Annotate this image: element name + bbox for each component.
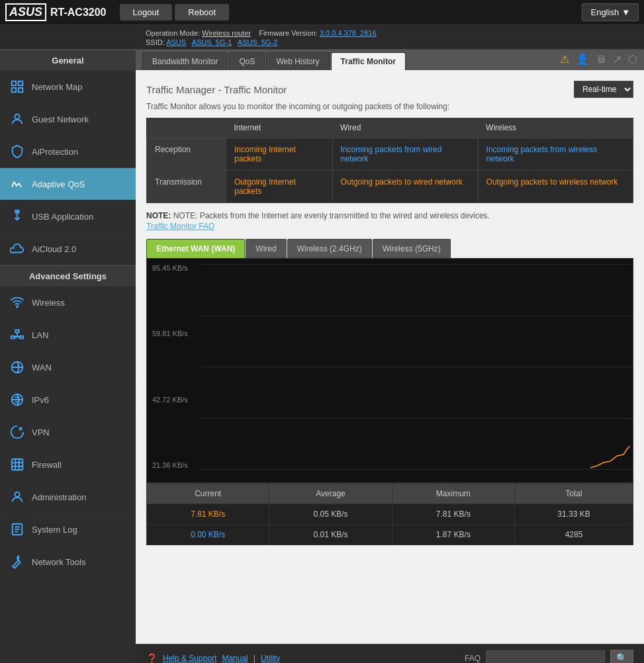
- ssid-asus[interactable]: ASUS: [166, 38, 186, 46]
- net-tab-wan[interactable]: Ethernet WAN (WAN): [146, 239, 245, 258]
- sidebar-item-system-log[interactable]: System Log: [0, 513, 136, 546]
- general-section-label: General: [0, 50, 136, 71]
- operation-mode-value: Wireless router: [202, 29, 251, 37]
- info-bar: Operation Mode: Wireless router Firmware…: [0, 25, 644, 50]
- stats-row-1: 0.00 KB/s 0.01 KB/s 1.87 KB/s 4285: [147, 525, 633, 545]
- tab-bandwidth-monitor[interactable]: Bandwidth Monitor: [142, 52, 228, 70]
- stats-current-value-1: 0.00 KB/s: [191, 530, 225, 539]
- svg-rect-3: [19, 88, 23, 92]
- stats-maximum-1: 1.87 KB/s: [392, 525, 514, 545]
- tab-qos[interactable]: QoS: [229, 52, 265, 70]
- sidebar-item-usb-application[interactable]: USB Application: [0, 200, 136, 233]
- transmission-wireless-link[interactable]: Outgoing packets to wireless network: [486, 177, 618, 187]
- grid-line-75: [200, 418, 633, 419]
- sidebar-item-aicloud[interactable]: AiCloud 2.0: [0, 233, 136, 265]
- grid-line-bottom: [200, 469, 633, 470]
- page-title: Traffic Manager - Traffic Monitor: [146, 84, 287, 95]
- col-header-wired: Wired: [332, 118, 478, 138]
- stats-col-maximum: Maximum: [392, 484, 514, 504]
- reception-wired-link[interactable]: Incoming packets from wired network: [341, 145, 442, 163]
- map-icon: [9, 79, 25, 95]
- chart-sparkline: [590, 443, 630, 469]
- footer-divider: |: [253, 654, 255, 663]
- wireless-label: Wireless: [32, 298, 65, 308]
- sidebar-item-administration[interactable]: Administration: [0, 481, 136, 513]
- main-layout: General Network Map Guest Network AiProt…: [0, 50, 644, 663]
- sidebar-item-adaptive-qos[interactable]: Adaptive QoS: [0, 168, 136, 200]
- sidebar-item-network-map[interactable]: Network Map: [0, 71, 136, 103]
- sidebar-item-lan[interactable]: LAN: [0, 319, 136, 351]
- footer-search-button[interactable]: 🔍: [610, 650, 633, 663]
- warning-icon[interactable]: ⚠: [560, 53, 569, 66]
- user-icon[interactable]: 👤: [576, 53, 589, 66]
- guest-network-label: Guest Network: [32, 114, 89, 124]
- utility-link[interactable]: Utility: [261, 654, 280, 663]
- sidebar: General Network Map Guest Network AiProt…: [0, 50, 136, 663]
- sidebar-item-wireless[interactable]: Wireless: [0, 287, 136, 319]
- monitor-icon[interactable]: 🖥: [596, 54, 606, 66]
- note-text: NOTE: NOTE: Packets from the Internet ar…: [146, 211, 633, 220]
- manual-link[interactable]: Manual: [222, 654, 248, 663]
- language-selector[interactable]: English ▼: [582, 3, 639, 21]
- sidebar-item-firewall[interactable]: Firewall: [0, 449, 136, 481]
- svg-rect-8: [15, 330, 19, 333]
- qos-icon: [9, 176, 25, 192]
- ssid-line: SSID: ASUS ASUS_5G-1 ASUS_5G-2: [146, 38, 637, 46]
- traffic-monitor-faq-link[interactable]: Traffic Monitor FAQ: [146, 222, 633, 231]
- firewall-label: Firewall: [32, 460, 62, 470]
- stats-current-0: 7.81 KB/s: [147, 504, 269, 525]
- vpn-label: VPN: [32, 427, 50, 437]
- realtime-dropdown[interactable]: Real-time: [574, 81, 633, 98]
- reception-label: Reception: [147, 138, 226, 171]
- traffic-table: Internet Wired Wireless Reception Incomi…: [146, 118, 633, 203]
- col-header-wireless: Wireless: [478, 118, 633, 138]
- stats-row-0: 7.81 KB/s 0.05 KB/s 7.81 KB/s 31.33 KB: [147, 504, 633, 525]
- cloud-icon: [9, 241, 25, 257]
- col-header-empty: [147, 118, 226, 138]
- reboot-button[interactable]: Reboot: [175, 4, 229, 21]
- tab-traffic-monitor[interactable]: Traffic Monitor: [331, 52, 406, 70]
- firmware-value[interactable]: 3.0.0.4.378_2816: [320, 29, 377, 37]
- ssid-5g2[interactable]: ASUS_5G-2: [238, 38, 278, 46]
- tab-web-history[interactable]: Web History: [266, 52, 329, 70]
- sidebar-item-wan[interactable]: WAN: [0, 351, 136, 384]
- logout-button[interactable]: Logout: [120, 4, 173, 21]
- wan-label: WAN: [32, 363, 52, 373]
- stats-average-0: 0.05 KB/s: [269, 504, 392, 525]
- ipv6-icon: [9, 392, 25, 408]
- stats-col-total: Total: [515, 484, 633, 504]
- footer-left: ❓ Help & Support Manual | Utility: [146, 653, 280, 664]
- net-tab-wireless24[interactable]: Wireless (2.4GHz): [287, 239, 372, 258]
- sidebar-item-guest-network[interactable]: Guest Network: [0, 103, 136, 136]
- net-tab-wireless5[interactable]: Wireless (5GHz): [373, 239, 451, 258]
- vpn-icon: [9, 424, 25, 440]
- logo: ASUS RT-AC3200: [5, 3, 107, 21]
- share-icon[interactable]: ↗: [613, 53, 621, 66]
- wifi-icon: [9, 294, 25, 310]
- chart-label-3: 21.36 KB/s: [152, 461, 188, 469]
- description-text: Traffic Monitor allows you to monitor th…: [146, 102, 633, 111]
- sidebar-item-vpn[interactable]: VPN: [0, 416, 136, 449]
- footer-search-input[interactable]: [486, 650, 605, 664]
- sidebar-item-aiprotection[interactable]: AiProtection: [0, 136, 136, 168]
- transmission-wired-link[interactable]: Outgoing packets to wired network: [341, 177, 463, 187]
- reception-wireless-link[interactable]: Incoming packets from wireless network: [486, 145, 597, 163]
- ipv6-label: IPv6: [32, 395, 49, 405]
- sidebar-item-network-tools[interactable]: Network Tools: [0, 546, 136, 578]
- firmware-label: Firmware Version:: [259, 29, 318, 37]
- svg-rect-1: [19, 81, 23, 85]
- usb-status-icon[interactable]: ⬡: [628, 53, 637, 66]
- stats-maximum-0: 7.81 KB/s: [392, 504, 514, 525]
- net-tab-wired[interactable]: Wired: [246, 239, 286, 258]
- sidebar-item-ipv6[interactable]: IPv6: [0, 384, 136, 416]
- col-header-internet: Internet: [226, 118, 333, 138]
- stats-current-value-0: 7.81 KB/s: [191, 509, 225, 519]
- admin-icon: [9, 489, 25, 505]
- transmission-internet-link[interactable]: Outgoing Internet packets: [234, 177, 296, 196]
- footer-faq-label: FAQ: [465, 654, 481, 663]
- help-support-link[interactable]: Help & Support: [163, 654, 216, 663]
- ssid-5g1[interactable]: ASUS_5G-1: [192, 38, 232, 46]
- reception-internet-link[interactable]: Incoming Internet packets: [234, 145, 296, 163]
- svg-point-6: [17, 306, 18, 308]
- usb-icon: [9, 208, 25, 224]
